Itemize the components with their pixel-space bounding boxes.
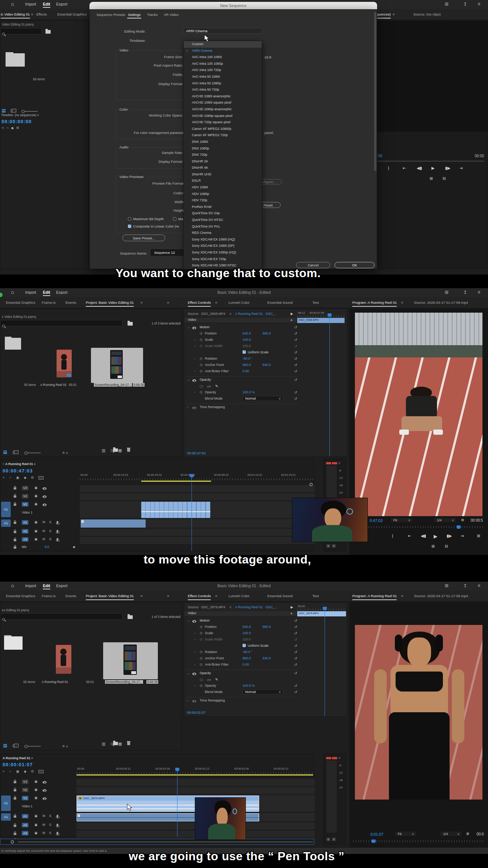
traffic-light-green[interactable] <box>0 293 3 297</box>
play-small-icon[interactable]: ▶ <box>291 605 293 609</box>
source-patch-icon[interactable]: ▣ <box>34 486 37 489</box>
lock-icon[interactable] <box>14 825 16 827</box>
ec-source-tab[interactable]: Source · DSC_0879.MP4 <box>188 605 226 609</box>
reset-icon[interactable]: ↺ <box>294 690 297 694</box>
close-icon[interactable]: × <box>3 462 4 466</box>
tab-text[interactable]: Text <box>312 300 319 305</box>
dropdown-item[interactable]: ProRes RAW <box>184 204 262 211</box>
lock-icon[interactable] <box>14 495 16 498</box>
uniform-scale-checkbox[interactable]: Uniform Scale <box>243 350 269 354</box>
home-icon[interactable]: ⌂ <box>11 289 14 295</box>
dropdown-item[interactable]: RED Cinema <box>184 230 262 236</box>
dropdown-item[interactable]: QuickTime DV 24p <box>184 210 262 217</box>
track-v3-chip[interactable]: V3 <box>22 486 28 490</box>
timeline-ruler[interactable]: :00:0000:00:14:2300:00:29:2300:00:44:220… <box>80 473 315 478</box>
lock-icon[interactable] <box>14 487 16 489</box>
source-patch-icon[interactable]: ▣ <box>34 780 37 783</box>
opacity-header[interactable]: Opacity <box>200 378 211 381</box>
clip-thumbnail-running-reel[interactable] <box>57 350 72 377</box>
dropdown-item[interactable]: DSLR <box>184 178 262 184</box>
mic-icon[interactable] <box>57 832 58 835</box>
source-patch-icon[interactable]: ▣ <box>34 788 37 791</box>
mic-icon[interactable] <box>57 521 58 524</box>
reset-icon[interactable]: ↺ <box>294 369 297 373</box>
twirl-closed-icon[interactable]: › <box>187 699 188 702</box>
mute-button[interactable]: M <box>43 814 45 818</box>
ec-video-header[interactable]: Video▲ <box>184 318 297 323</box>
reset-icon[interactable]: ↺ <box>294 357 297 361</box>
dropdown-item[interactable]: Canon XF MPEG2 720p <box>184 132 262 139</box>
tab-source[interactable]: Source: 2025-04-17 01-17-09.mp4 <box>414 300 468 305</box>
program-timecode[interactable]: 0:47:03 <box>370 518 383 523</box>
settings-wrench-icon[interactable]: ⚙ <box>461 518 464 522</box>
export-frame-icon[interactable]: ⊞ <box>431 544 435 549</box>
twirl-open-icon[interactable]: ⌄ <box>187 325 190 329</box>
chevron-down-icon[interactable]: ∨ <box>229 605 232 609</box>
mic-icon[interactable] <box>57 530 58 533</box>
track-a1-chip[interactable]: A1 <box>22 520 28 525</box>
tab-events[interactable]: Events <box>65 300 76 305</box>
go-to-out-icon[interactable]: ⇥ <box>459 166 462 171</box>
project-search-input[interactable] <box>0 320 122 326</box>
automate-sequence-icon[interactable]: ▥ <box>102 741 111 746</box>
share-icon[interactable]: ↥ <box>463 583 467 588</box>
bin-folder-icon[interactable] <box>4 636 23 650</box>
panel-menu-icon[interactable]: ≡ <box>215 300 217 305</box>
lock-icon[interactable] <box>14 789 16 791</box>
editing-mode-dropdown[interactable]: ARRI Cinema <box>183 28 262 34</box>
menu-export[interactable]: Export <box>56 290 67 295</box>
timeline-tab[interactable]: × A Running Reel 01 ≡ <box>3 462 35 466</box>
source-patch-icon[interactable]: ▣ <box>34 502 37 506</box>
eye-icon[interactable] <box>192 620 196 623</box>
panel-toggle-icon[interactable]: ⊞ <box>445 290 448 295</box>
tab-vr-video[interactable]: VR Video <box>164 13 179 17</box>
sort-icon[interactable]: ≡ ∨ <box>62 744 68 748</box>
mark-out-icon[interactable]: } <box>392 534 393 538</box>
program-scrubber-handle[interactable] <box>372 840 376 843</box>
reset-icon[interactable]: ↺ <box>294 325 297 329</box>
lock-icon[interactable] <box>14 539 16 541</box>
source-patch-icon[interactable]: ▣ <box>34 831 37 835</box>
mute-button[interactable]: M <box>43 823 45 827</box>
position-x-value[interactable]: 540.0 <box>243 625 251 629</box>
window-menu-icon[interactable]: ≡ <box>478 1 480 7</box>
reset-icon[interactable]: ↺ <box>294 644 297 648</box>
position-x-value[interactable]: 540.0 <box>243 332 251 335</box>
dropdown-item[interactable]: DNxHR 4K <box>184 165 262 171</box>
max-render-checkbox-fragment[interactable]: Ma <box>173 217 183 221</box>
menu-edit[interactable]: Edit <box>43 583 50 589</box>
add-clip-icon[interactable]: ⊞ <box>477 534 480 538</box>
ec-bottom-timecode[interactable]: 00:00:47:03 <box>187 451 206 455</box>
new-item-icon[interactable]: ▦ <box>118 741 127 746</box>
dropdown-item[interactable]: AVC-Intra 100 720p <box>184 67 262 74</box>
panel-menu-icon[interactable]: ≡ <box>31 12 33 16</box>
project-search-input[interactable] <box>0 613 122 620</box>
source-patch-icon[interactable]: ▣ <box>34 823 37 827</box>
solo-button[interactable]: S <box>49 814 51 818</box>
dropdown-item[interactable]: Sony XDCAM EX 1080i (HQ) <box>184 236 262 243</box>
playback-resolution-dropdown[interactable]: 1/4∨ <box>440 831 462 837</box>
stopwatch-icon[interactable]: ◷ <box>200 332 203 335</box>
dropdown-item[interactable]: HDV 1080i <box>184 184 262 191</box>
tab-frameio[interactable]: Frame.io <box>42 300 55 305</box>
twirl-open-icon[interactable]: ⌄ <box>187 619 190 622</box>
twirl-closed-icon[interactable]: › <box>187 405 188 409</box>
more-panels-icon[interactable]: » <box>167 594 169 598</box>
tab-effects[interactable]: Effects <box>36 12 47 16</box>
reset-icon[interactable]: ↺ <box>294 390 297 394</box>
tab-program[interactable]: Program: A Running Reel 01 <box>352 300 397 305</box>
stopwatch-icon[interactable]: ◷ <box>200 625 203 629</box>
new-bin-icon[interactable] <box>113 742 118 745</box>
mute-button[interactable]: M <box>43 520 45 524</box>
tab-text[interactable]: Text <box>312 594 319 598</box>
menu-import[interactable]: Import <box>25 290 36 295</box>
play-icon[interactable]: ▶ <box>434 534 437 539</box>
dropdown-item[interactable]: Canon XF MPEG2 1080i/p <box>184 126 262 132</box>
find-icon[interactable] <box>111 743 113 745</box>
menu-import[interactable]: Import <box>25 2 36 6</box>
panel-menu-icon[interactable]: ≡ <box>401 594 403 598</box>
panel-menu-icon[interactable]: ≡ <box>37 113 39 117</box>
stopwatch-icon[interactable]: ◷ <box>200 338 203 342</box>
save-preset-button[interactable]: Save Preset... <box>122 235 165 241</box>
tab-essential-graphics[interactable]: Essential Graphics <box>6 594 35 598</box>
